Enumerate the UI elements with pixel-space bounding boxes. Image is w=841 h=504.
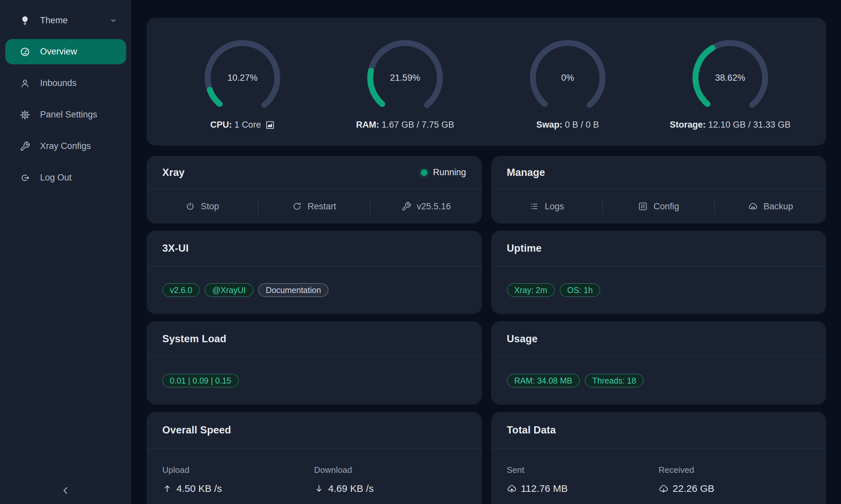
sidebar-item-panel-settings[interactable]: Panel Settings — [5, 102, 126, 127]
speed-download-stat: Download4.69 KB /s — [314, 465, 466, 494]
xui-tag[interactable]: v2.6.0 — [162, 283, 200, 297]
sidebar-item-label: Overview — [40, 47, 77, 57]
action-label: v25.5.16 — [417, 201, 451, 212]
gauge-swap-label: Swap: 0 B / 0 B — [536, 120, 599, 130]
gauge-storage-percent: 38.62% — [691, 38, 770, 117]
uptime-card: Uptime Xray: 2mOS: 1h — [491, 231, 826, 314]
theme-selector[interactable]: Theme — [5, 8, 126, 33]
speed-upload-stat: Upload4.50 KB /s — [162, 465, 314, 494]
logout-icon — [20, 173, 30, 183]
action-label: Restart — [308, 201, 336, 212]
sidebar-item-label: Panel Settings — [40, 110, 97, 120]
usage-tag: Threads: 18 — [585, 374, 643, 388]
total-data-card-title: Total Data — [507, 424, 556, 436]
stat-label: Received — [659, 465, 811, 475]
gear-icon — [20, 110, 30, 120]
wrench-icon — [401, 201, 411, 211]
usage-card: Usage RAM: 34.08 MBThreads: 18 — [491, 321, 826, 404]
system-load-tag: 0.01 | 0.09 | 0.15 — [162, 374, 239, 388]
chevron-left-icon — [60, 485, 71, 498]
arrow-down-icon — [314, 484, 324, 493]
sidebar-nav: OverviewInboundsPanel SettingsXray Confi… — [0, 39, 132, 190]
stat-label: Upload — [162, 465, 314, 475]
gauge-ram: 21.59%RAM: 1.67 GB / 7.75 GB — [324, 18, 486, 146]
data-received-stat: Received22.26 GB — [659, 465, 811, 494]
sidebar-item-inbounds[interactable]: Inbounds — [5, 71, 126, 96]
sidebar-item-label: Xray Configs — [40, 141, 91, 151]
sidebar-item-overview[interactable]: Overview — [5, 39, 126, 64]
status-dot — [421, 169, 427, 176]
xray-stop-button[interactable]: Stop — [147, 189, 258, 223]
xui-card: 3X-UI v2.6.0@XrayUIDocumentation — [147, 231, 482, 314]
xray-restart-button[interactable]: Restart — [259, 189, 370, 223]
sidebar-collapse-button[interactable] — [0, 485, 132, 498]
xray-card: Xray Running StopRestartv25.5.16 — [147, 156, 482, 223]
overall-speed-card: Overall Speed Upload4.50 KB /sDownload4.… — [147, 412, 482, 504]
manage-backup-button[interactable]: Backup — [715, 189, 826, 223]
action-label: Config — [653, 201, 679, 212]
system-load-card: System Load 0.01 | 0.09 | 0.15 — [147, 321, 482, 404]
manage-card-title: Manage — [507, 167, 545, 179]
gauge-ram-label: RAM: 1.67 GB / 7.75 GB — [356, 120, 454, 130]
reload-icon — [292, 201, 302, 211]
sidebar-item-label: Inbounds — [40, 78, 76, 88]
theme-label: Theme — [40, 15, 109, 25]
action-label: Logs — [545, 201, 564, 212]
wrench-icon — [20, 141, 30, 151]
xui-card-title: 3X-UI — [162, 242, 189, 254]
stat-value: 4.69 KB /s — [328, 483, 374, 494]
xui-tag[interactable]: @XrayUI — [205, 283, 253, 297]
usage-tag: RAM: 34.08 MB — [507, 374, 580, 388]
gauge-storage: 38.62%Storage: 12.10 GB / 31.33 GB — [649, 18, 811, 146]
xray-version-button[interactable]: v25.5.16 — [371, 189, 482, 223]
gauge-swap-percent: 0% — [528, 38, 607, 117]
dashboard-icon — [20, 47, 30, 57]
cloud-download-icon — [659, 484, 669, 493]
uptime-tag: OS: 1h — [560, 283, 601, 297]
total-data-card: Total Data Sent112.76 MBReceived22.26 GB — [491, 412, 826, 504]
gauge-cpu-percent: 10.27% — [203, 38, 282, 117]
cloud-upload-icon — [507, 484, 517, 493]
system-stats-card: 10.27%CPU: 1 Core21.59%RAM: 1.67 GB / 7.… — [147, 18, 826, 146]
stat-label: Download — [314, 465, 466, 475]
manage-card: Manage LogsConfigBackup — [491, 156, 826, 223]
sidebar-item-label: Log Out — [40, 173, 72, 183]
area-chart-icon[interactable] — [265, 120, 275, 130]
action-label: Stop — [201, 201, 219, 212]
data-sent-stat: Sent112.76 MB — [507, 465, 659, 494]
manage-config-button[interactable]: Config — [603, 189, 714, 223]
xray-card-title: Xray — [162, 167, 185, 179]
xui-tag[interactable]: Documentation — [258, 283, 328, 297]
bulb-icon — [20, 15, 30, 25]
stat-value: 4.50 KB /s — [176, 483, 222, 494]
usage-card-title: Usage — [507, 333, 538, 345]
stat-value: 112.76 MB — [521, 483, 568, 494]
gauge-cpu: 10.27%CPU: 1 Core — [161, 18, 324, 146]
uptime-tag: Xray: 2m — [507, 283, 555, 297]
cloud-server-icon — [748, 201, 758, 211]
power-icon — [185, 201, 195, 211]
list-icon — [529, 201, 539, 211]
overall-speed-card-title: Overall Speed — [162, 424, 231, 436]
system-load-card-title: System Load — [162, 333, 226, 345]
gauge-ram-percent: 21.59% — [366, 38, 445, 117]
sidebar-item-xray-configs[interactable]: Xray Configs — [5, 133, 126, 159]
chevron-down-icon — [109, 16, 118, 24]
main-content: 10.27%CPU: 1 Core21.59%RAM: 1.67 GB / 7.… — [132, 0, 841, 504]
manage-logs-button[interactable]: Logs — [491, 189, 602, 223]
xray-status-badge: Running — [421, 167, 466, 178]
control-icon — [638, 201, 648, 211]
action-label: Backup — [763, 201, 793, 212]
xray-status-label: Running — [433, 167, 466, 178]
gauge-cpu-label: CPU: 1 Core — [210, 120, 275, 130]
gauge-storage-label: Storage: 12.10 GB / 31.33 GB — [670, 120, 791, 130]
user-icon — [20, 78, 30, 89]
stat-value: 22.26 GB — [673, 483, 715, 494]
uptime-card-title: Uptime — [507, 242, 542, 254]
sidebar: Theme OverviewInboundsPanel SettingsXray… — [0, 0, 132, 504]
stat-label: Sent — [507, 465, 659, 475]
arrow-up-icon — [162, 484, 172, 493]
sidebar-item-log-out[interactable]: Log Out — [5, 165, 126, 190]
gauge-swap: 0%Swap: 0 B / 0 B — [486, 18, 649, 146]
